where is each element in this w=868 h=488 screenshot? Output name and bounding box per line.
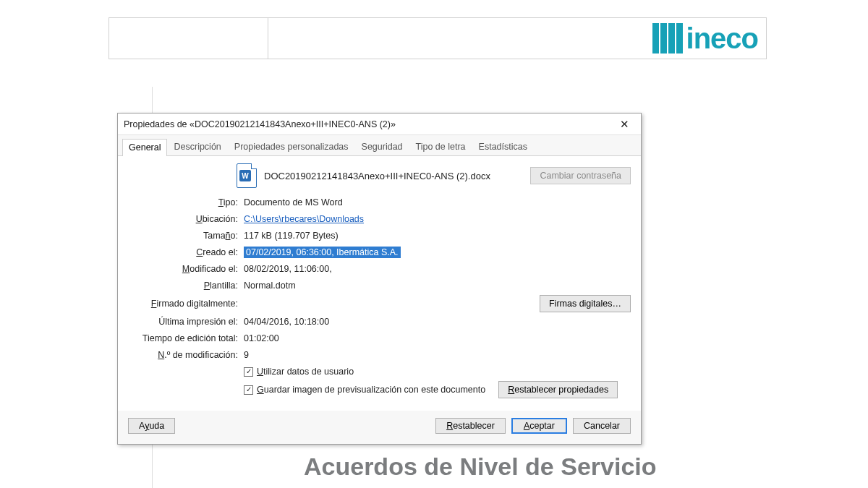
- tab-font[interactable]: Tipo de letra: [409, 138, 472, 155]
- check-icon: ✓: [244, 385, 253, 395]
- logo-text: ineco: [686, 22, 758, 55]
- checkbox-preview[interactable]: ✓ Guardar imagen de previsualización con…: [244, 385, 485, 395]
- tab-custom-properties[interactable]: Propiedades personalizadas: [228, 138, 355, 155]
- reset-properties-button[interactable]: Restablecer propiedades: [498, 381, 618, 398]
- value-modified: 08/02/2019, 11:06:00,: [244, 264, 631, 274]
- tab-security[interactable]: Seguridad: [355, 138, 409, 155]
- tab-content: W DOC20190212141843Anexo+III+INEC0-ANS (…: [118, 156, 641, 411]
- ineco-logo: ineco: [652, 17, 767, 59]
- label-location: Ubicación:: [128, 214, 244, 224]
- document-title: Acuerdos de Nivel de Servicio: [304, 453, 657, 481]
- dialog-footer: Ayuda Restablecer Aceptar Cancelar: [118, 411, 641, 444]
- value-revision: 9: [244, 350, 631, 360]
- change-password-button: Cambiar contraseña: [530, 167, 631, 184]
- check-icon: ✓: [244, 367, 253, 377]
- value-created[interactable]: 07/02/2019, 06:36:00, Ibermática S.A.: [244, 247, 401, 258]
- value-template: Normal.dotm: [244, 281, 631, 291]
- file-row: W DOC20190212141843Anexo+III+INEC0-ANS (…: [237, 163, 631, 188]
- label-created: Creado el:: [128, 247, 244, 257]
- value-location: C:\Users\rbecares\Downloads: [244, 214, 631, 224]
- dialog-titlebar[interactable]: Propiedades de «DOC20190212141843Anexo+I…: [118, 114, 641, 135]
- label-edit-time: Tiempo de edición total:: [128, 333, 244, 343]
- value-type: Documento de MS Word: [244, 197, 631, 207]
- label-template: Plantilla:: [128, 281, 244, 291]
- properties-dialog: Propiedades de «DOC20190212141843Anexo+I…: [117, 113, 642, 445]
- label-type: Tipo:: [128, 197, 244, 207]
- tab-general[interactable]: General: [122, 139, 167, 156]
- value-size: 117 kB (119.707 Bytes): [244, 231, 631, 241]
- label-revision: N.º de modificación:: [128, 350, 244, 360]
- word-file-icon: W: [237, 163, 257, 188]
- close-button[interactable]: ✕: [613, 116, 635, 133]
- label-signed: Firmado digitalmente:: [128, 299, 244, 309]
- dialog-title: Propiedades de «DOC20190212141843Anexo+I…: [124, 119, 613, 129]
- checkbox-userdata-label: Utilizar datos de usuario: [257, 367, 354, 377]
- close-icon: ✕: [620, 118, 629, 131]
- checkbox-preview-label: Guardar imagen de previsualización con e…: [257, 385, 485, 395]
- tabs: General Descripción Propiedades personal…: [118, 135, 641, 156]
- label-modified: Modificado el:: [128, 264, 244, 274]
- tab-statistics[interactable]: Estadísticas: [472, 138, 534, 155]
- cancel-button[interactable]: Cancelar: [573, 418, 631, 434]
- digital-signatures-button[interactable]: Firmas digitales…: [540, 295, 631, 312]
- file-name: DOC20190212141843Anexo+III+INEC0-ANS (2)…: [264, 171, 490, 181]
- ok-button[interactable]: Aceptar: [511, 418, 567, 434]
- label-lastprint: Última impresión el:: [128, 317, 244, 327]
- label-size: Tamaño:: [128, 231, 244, 241]
- value-edit-time: 01:02:00: [244, 333, 631, 343]
- help-button[interactable]: Ayuda: [128, 418, 175, 434]
- tab-description[interactable]: Descripción: [167, 138, 227, 155]
- reset-button[interactable]: Restablecer: [435, 418, 506, 434]
- value-lastprint: 04/04/2016, 10:18:00: [244, 317, 631, 327]
- location-link[interactable]: C:\Users\rbecares\Downloads: [244, 214, 364, 224]
- checkbox-userdata[interactable]: ✓ Utilizar datos de usuario: [244, 367, 354, 377]
